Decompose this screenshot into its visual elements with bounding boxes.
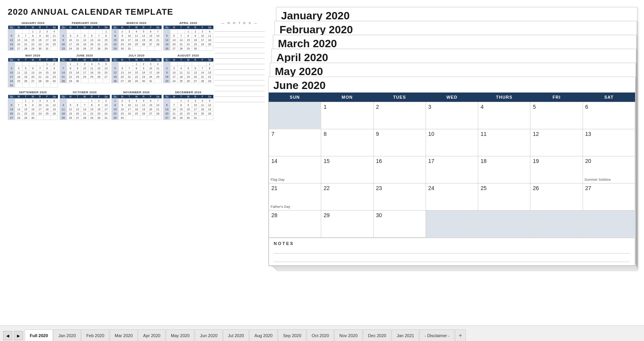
mini-cal-day-cell — [126, 62, 133, 66]
sheet-tab-jul2020[interactable]: Jul 2020 — [223, 329, 249, 341]
sheet-tab-+[interactable]: + — [455, 329, 465, 341]
mini-cal-day-cell: 27 — [8, 116, 15, 120]
mini-cal-day-cell: 16 — [60, 42, 67, 46]
mini-cal-header-cell: F — [44, 26, 51, 29]
mini-cal-day-cell: 18 — [60, 111, 67, 116]
mini-cal-day-cell: 15 — [67, 70, 74, 75]
mini-cal-day-cell: 24 — [67, 46, 74, 51]
mini-cal-day-cell: 13 — [88, 38, 95, 42]
mini-cal-day-cell: 26 — [22, 79, 29, 83]
mini-cal-header-cell: Su — [164, 26, 170, 29]
mini-cal-day-cell — [177, 29, 184, 34]
sheet-tab-may2020[interactable]: May 2020 — [166, 329, 194, 341]
stacked-month-title: May 2020 — [270, 63, 635, 79]
mini-cal-day-cell: 15 — [133, 70, 140, 75]
sheet-tab-feb2020[interactable]: Feb 2020 — [81, 329, 109, 341]
mini-cal-day-cell: 4 — [206, 29, 213, 34]
mini-cal-header-cell: W — [185, 58, 192, 62]
mini-cal-day-cell — [22, 29, 29, 34]
mini-cal-day-cell: 18 — [51, 38, 58, 42]
mini-cal-day-cell: 7 — [154, 99, 161, 103]
mini-cal-day-cell: 10 — [81, 66, 88, 70]
sheet-tab-nov2020[interactable]: Nov 2020 — [334, 329, 363, 341]
tab-nav-left[interactable]: ◀ — [3, 331, 12, 340]
sheet-tab-mar2020[interactable]: Mar 2020 — [110, 329, 138, 341]
mini-cal-day-cell: 17 — [199, 38, 206, 42]
mini-cal-table: SuMTWRFSa1234567891011121314151617181920… — [163, 26, 213, 51]
cell-date-number: 2 — [376, 104, 423, 110]
notes-line — [215, 64, 265, 70]
mini-cal-day-cell — [185, 62, 192, 66]
mini-cal-day-cell: 11 — [206, 34, 213, 38]
mini-cal-day-cell: 8 — [67, 66, 74, 70]
mini-cal-day-cell: 14 — [36, 70, 43, 75]
mini-cal-day-cell: 30 — [119, 46, 126, 51]
mini-cal-day-cell: 22 — [44, 75, 51, 79]
notes-lines — [215, 26, 265, 102]
mini-cal-day-cell — [102, 79, 109, 83]
mini-cal-day-cell: 26 — [81, 46, 88, 51]
notes-line — [215, 91, 265, 97]
mini-cal-day-cell: 29 — [88, 116, 95, 120]
june-notes-line — [274, 257, 630, 262]
mini-cal-table: SuMTWRFSa1234567891011121314151617181920… — [8, 95, 58, 120]
mini-cal-header-cell: T — [22, 58, 29, 62]
mini-cal-header-cell: Su — [8, 26, 15, 29]
mini-cal-header-cell: Su — [164, 58, 170, 62]
mini-cal-day-cell: 25 — [199, 111, 206, 116]
mini-cal-day-cell: 28 — [81, 116, 88, 120]
mini-cal-day-cell: 9 — [74, 66, 81, 70]
cell-date-number: 12 — [533, 131, 580, 137]
mini-cal-header-cell: F — [95, 26, 102, 29]
mini-cal-day-cell — [22, 83, 29, 87]
sheet-tab-full2020[interactable]: Full 2020 — [25, 329, 53, 341]
mini-cal-header-cell: Sa — [102, 26, 109, 29]
mini-cal-day-cell: 30 — [192, 46, 199, 51]
mini-cal-day-cell: 3 — [126, 29, 133, 34]
mini-cal-day-cell: 7 — [126, 66, 133, 70]
mini-cal-day-cell — [154, 79, 161, 83]
mini-cal-header-cell: T — [74, 58, 81, 62]
mini-cal-day-cell: 12 — [140, 103, 147, 107]
mini-cal-day-cell: 6 — [102, 62, 109, 66]
mini-cal-day-cell: 14 — [22, 38, 29, 42]
mini-cal-day-cell: 16 — [95, 107, 102, 111]
mini-cal-day-cell: 17 — [8, 75, 15, 79]
mini-cal-day-cell — [154, 116, 161, 120]
mini-cal-day-cell: 1 — [88, 99, 95, 103]
mini-cal-day-cell: 26 — [95, 75, 102, 79]
sheet-tab-aug2020[interactable]: Aug 2020 — [249, 329, 278, 341]
sheet-tab-oct2020[interactable]: Oct 2020 — [307, 329, 334, 341]
sheet-tab-jun2020[interactable]: Jun 2020 — [195, 329, 222, 341]
mini-cal-day-cell: 4 — [74, 34, 81, 38]
mini-cal-day-cell: 11 — [51, 34, 58, 38]
sheet-tab-dec2020[interactable]: Dec 2020 — [363, 329, 391, 341]
mini-cal-title: MAY 2020 — [8, 54, 58, 57]
june-grid-cell: 6 — [583, 102, 635, 129]
mini-cal-day-cell: 10 — [44, 34, 51, 38]
mini-cal-day-cell: 24 — [36, 111, 43, 116]
mini-cal-day-cell: 5 — [81, 34, 88, 38]
sheet-tab-jan2020[interactable]: Jan 2020 — [53, 329, 81, 341]
sheet-tab-sep2020[interactable]: Sep 2020 — [278, 329, 306, 341]
mini-cal-day-cell: 20 — [192, 75, 199, 79]
mini-cal-day-cell: 6 — [29, 66, 36, 70]
mini-cal-day-cell: 14 — [60, 70, 67, 75]
sheet-tab-jan2021[interactable]: Jan 2021 — [392, 329, 419, 341]
mini-cal-day-cell: 16 — [74, 70, 81, 75]
mini-cal-day-cell: 10 — [102, 103, 109, 107]
june-notes-section: NOTES — [269, 238, 635, 266]
mini-cal-day-cell: 1 — [112, 99, 119, 103]
june-grid-cell — [530, 211, 583, 238]
mini-cal-day-cell: 14 — [15, 107, 22, 111]
tab-nav-right[interactable]: ▶ — [14, 331, 23, 340]
mini-cal-day-cell: 3 — [44, 29, 51, 34]
june-grid-cell: 4 — [478, 102, 530, 129]
mini-cal-day-cell: 31 — [126, 46, 133, 51]
sheet-tab-apr2020[interactable]: Apr 2020 — [138, 329, 165, 341]
mini-cal-day-cell: 20 — [170, 42, 177, 46]
mini-cal-day-cell: 30 — [140, 79, 147, 83]
sheet-tab--disclaimer-[interactable]: - Disclaimer - — [419, 329, 455, 341]
mini-cal-day-cell — [164, 62, 170, 66]
mini-cal-day-cell: 22 — [22, 111, 29, 116]
